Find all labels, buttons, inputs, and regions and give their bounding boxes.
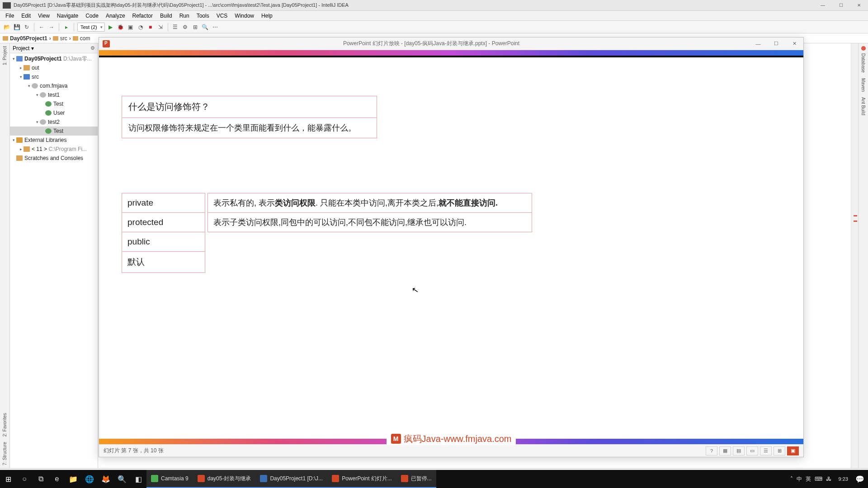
- ppt-close-button[interactable]: ✕: [785, 38, 803, 50]
- taskview-icon[interactable]: ⧉: [33, 470, 49, 488]
- ppt-view-outline[interactable]: ⊞: [774, 446, 785, 455]
- search-icon[interactable]: 🔍: [114, 470, 130, 488]
- run-config-combo[interactable]: Test (2): [77, 23, 105, 32]
- error-marker[interactable]: [854, 221, 857, 222]
- keyboard-icon[interactable]: ⌨: [815, 476, 822, 482]
- cortana-icon[interactable]: ○: [16, 470, 33, 488]
- ppt-help-icon[interactable]: ?: [706, 446, 717, 455]
- sdk-icon[interactable]: ⊞: [191, 23, 199, 31]
- tree-test1-user[interactable]: User: [10, 108, 98, 117]
- menu-vcs[interactable]: VCS: [213, 13, 231, 19]
- tree-test1-test[interactable]: Test: [10, 99, 98, 108]
- desc-protected: 表示子类访问权限,同包中的可以访问,不同包不能访问,继承也可以访问.: [208, 212, 532, 232]
- tree-pkg[interactable]: ▾com.fmjava: [10, 81, 98, 90]
- slide-question-box: 什么是访问修饰符？ 访问权限修饰符来规定在一个类里面能看到什么，能暴露什么。: [122, 96, 377, 138]
- menu-analyze[interactable]: Analyze: [102, 13, 129, 19]
- close-button[interactable]: ✕: [850, 0, 868, 11]
- attach-icon[interactable]: ⇲: [156, 23, 165, 31]
- build-icon[interactable]: ▸: [62, 23, 71, 31]
- tray-chevron-icon[interactable]: ˄: [790, 476, 793, 482]
- tree-root[interactable]: ▾Day05Project1 D:\Java零...: [10, 54, 98, 63]
- edge-icon[interactable]: e: [49, 470, 65, 488]
- tree-src[interactable]: ▾src: [10, 72, 98, 81]
- settings-icon[interactable]: ⚙: [181, 23, 189, 31]
- browser-icon[interactable]: 🌐: [81, 470, 98, 488]
- crumb-com[interactable]: com: [80, 35, 90, 42]
- run-icon[interactable]: ▶: [107, 23, 115, 31]
- ime-mode[interactable]: 英: [806, 475, 811, 483]
- taskbar-app-ppt2[interactable]: PowerPoint 幻灯片...: [327, 470, 396, 488]
- minimize-button[interactable]: —: [814, 0, 832, 11]
- forward-icon[interactable]: →: [47, 23, 56, 31]
- app-icon[interactable]: ◧: [130, 470, 146, 488]
- crumb-src[interactable]: src: [60, 35, 67, 42]
- menu-code[interactable]: Code: [82, 13, 102, 19]
- menu-help[interactable]: Help: [258, 13, 276, 19]
- more-icon[interactable]: ⋯: [211, 23, 219, 31]
- coverage-icon[interactable]: ▣: [127, 23, 135, 31]
- sync-icon[interactable]: ↻: [23, 23, 31, 31]
- menu-refactor[interactable]: Refactor: [129, 13, 156, 19]
- tree-scratch[interactable]: Scratches and Consoles: [10, 154, 98, 163]
- stop-icon[interactable]: ■: [146, 23, 155, 31]
- explorer-icon[interactable]: 📁: [65, 470, 81, 488]
- back-icon[interactable]: ←: [38, 23, 46, 31]
- menu-tools[interactable]: Tools: [193, 13, 213, 19]
- crumb-root[interactable]: Day05Project1: [10, 35, 47, 42]
- menu-navigate[interactable]: Navigate: [53, 13, 82, 19]
- open-icon[interactable]: 📂: [3, 23, 11, 31]
- menu-edit[interactable]: Edit: [18, 13, 34, 19]
- tree-test2[interactable]: ▾test2: [10, 117, 98, 127]
- taskbar-app-paused[interactable]: 已暂停...: [396, 470, 436, 488]
- profile-icon[interactable]: ◔: [137, 23, 145, 31]
- tool-project[interactable]: 1: Project: [2, 43, 7, 68]
- ppt-maximize-button[interactable]: ☐: [767, 38, 785, 50]
- ppt-view-slideshow[interactable]: ▣: [787, 446, 799, 455]
- taskbar-app-ppt1[interactable]: day05-封装与继承: [193, 470, 256, 488]
- tool-structure[interactable]: 7: Structure: [2, 439, 7, 468]
- tree-test2-test[interactable]: Test: [10, 127, 98, 136]
- structure-icon[interactable]: ☰: [171, 23, 179, 31]
- start-button[interactable]: ⊞: [0, 470, 16, 488]
- gear-icon[interactable]: ⚙: [90, 45, 95, 51]
- tree-test1[interactable]: ▾test1: [10, 90, 98, 99]
- menu-file[interactable]: File: [2, 13, 18, 19]
- error-indicator-icon[interactable]: [861, 46, 866, 51]
- intellij-title-text: Day05Project1 [D:\Java零基础到项目实战架构\day05-封…: [14, 2, 349, 9]
- firefox-icon[interactable]: 🦊: [98, 470, 114, 488]
- search-icon[interactable]: 🔍: [201, 23, 209, 31]
- ppt-view-sorter[interactable]: ▤: [733, 446, 745, 455]
- taskbar-app-intellij[interactable]: Day05Project1 [D:\J...: [255, 470, 327, 488]
- tree-out[interactable]: ▸out: [10, 63, 98, 72]
- ppt-view-notes[interactable]: ☰: [760, 446, 772, 455]
- tool-ant[interactable]: Ant Build: [861, 94, 866, 118]
- menu-view[interactable]: View: [34, 13, 53, 19]
- save-icon[interactable]: 💾: [13, 23, 21, 31]
- project-panel: Project ▾ ⚙ ▾Day05Project1 D:\Java零... ▸…: [10, 43, 98, 468]
- editor-scrollbar[interactable]: [851, 43, 858, 468]
- taskbar-app-camtasia[interactable]: Camtasia 9: [146, 470, 193, 488]
- taskbar-clock[interactable]: 9:23: [835, 476, 852, 482]
- menu-build[interactable]: Build: [156, 13, 176, 19]
- ppt-slide-area[interactable]: 什么是访问修饰符？ 访问权限修饰符来规定在一个类里面能看到什么，能暴露什么。 p…: [99, 57, 803, 439]
- maximize-button[interactable]: ☐: [832, 0, 850, 11]
- menu-window[interactable]: Window: [231, 13, 258, 19]
- notifications-icon[interactable]: 💬: [852, 470, 868, 488]
- ppt-minimize-button[interactable]: —: [749, 38, 767, 50]
- ppt-gradient-bottom: M 疯码Java-www.fmjava.com: [99, 439, 803, 444]
- error-marker[interactable]: [854, 215, 857, 216]
- ime-indicator[interactable]: 中: [797, 475, 802, 483]
- menu-run[interactable]: Run: [176, 13, 193, 19]
- tree-jdk[interactable]: ▸< 11 > C:\Program Fi...: [10, 145, 98, 154]
- ppt-view-normal[interactable]: ▦: [719, 446, 731, 455]
- tree-ext-lib[interactable]: ▾External Libraries: [10, 136, 98, 145]
- tool-database[interactable]: Database: [861, 51, 866, 75]
- tool-maven[interactable]: Maven: [861, 75, 866, 94]
- tool-favorites[interactable]: 2: Favorites: [2, 410, 7, 439]
- camtasia-icon: [151, 475, 158, 482]
- debug-icon[interactable]: 🐞: [117, 23, 125, 31]
- network-icon[interactable]: 🖧: [826, 476, 831, 482]
- project-tree[interactable]: ▾Day05Project1 D:\Java零... ▸out ▾src ▾co…: [10, 53, 98, 468]
- system-tray[interactable]: ˄ 中 英 ⌨ 🖧: [787, 475, 835, 483]
- ppt-view-reading[interactable]: ▭: [746, 446, 758, 455]
